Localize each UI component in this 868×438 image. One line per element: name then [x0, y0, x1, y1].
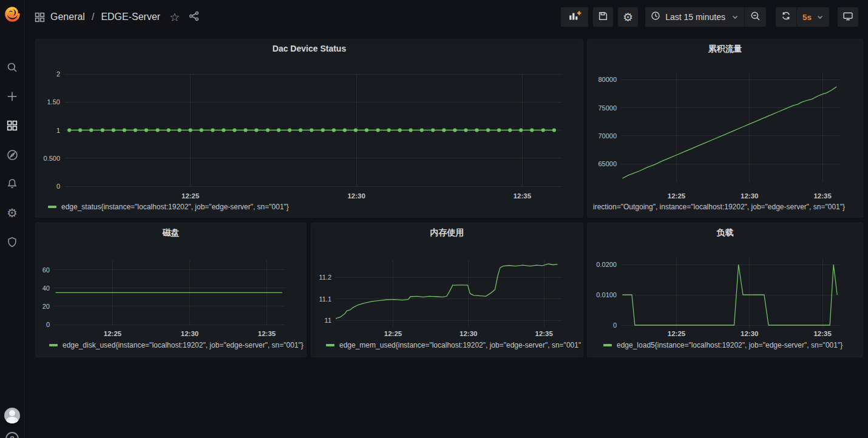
breadcrumb: General / EDGE-Server ☆	[35, 11, 199, 24]
panel-title[interactable]: 磁盘	[36, 227, 306, 238]
grafana-logo-icon	[4, 6, 21, 22]
grafana-logo[interactable]	[0, 0, 24, 28]
panel-load: 负载 00.01000.020012:2512:3012:35 edge_loa…	[587, 223, 863, 357]
svg-text:12:25: 12:25	[668, 330, 686, 337]
legend: irection="Outgoing", instance="localhost…	[593, 203, 861, 211]
gear-icon: ⚙	[623, 12, 633, 23]
sidebar-item-dashboards[interactable]	[0, 111, 24, 140]
save-dashboard-button[interactable]	[593, 7, 613, 27]
svg-text:12:30: 12:30	[741, 192, 758, 200]
svg-text:0: 0	[613, 322, 617, 329]
sidebar-item-explore[interactable]	[0, 140, 24, 169]
shield-icon	[7, 237, 18, 248]
series-name[interactable]: edge_load5{instance="localhost:19202", j…	[617, 341, 843, 349]
sidebar-item-configuration[interactable]: ⚙	[0, 198, 24, 227]
svg-text:12:35: 12:35	[535, 330, 553, 337]
zoom-out-icon	[750, 11, 761, 24]
svg-text:12:25: 12:25	[181, 192, 200, 200]
svg-text:20: 20	[42, 303, 50, 310]
compass-icon	[7, 149, 18, 161]
legend: edge_disk_used{instance="localhost:19202…	[49, 341, 304, 349]
panel-memory-usage: 内存使用 1111.111.212:2512:3012:35 edge_mem_…	[311, 223, 583, 357]
panel-title[interactable]: 负载	[588, 227, 863, 238]
time-range-group: Last 15 minutes	[645, 7, 766, 27]
user-avatar[interactable]	[4, 408, 20, 423]
svg-text:12:30: 12:30	[347, 192, 365, 200]
timeseries-chart[interactable]: 020406012:2512:3012:35	[36, 223, 306, 357]
apps-grid-icon	[7, 120, 18, 131]
legend: edge_status{instance="localhost:19202", …	[48, 203, 581, 211]
series-color-swatch	[326, 344, 334, 346]
series-name[interactable]: edge_mem_used{instance="localhost:19202"…	[339, 341, 581, 349]
sidebar-item-search[interactable]	[0, 53, 24, 82]
sidebar-bottom: ?	[0, 408, 24, 438]
save-icon	[598, 11, 608, 24]
plus-icon	[7, 91, 18, 102]
svg-text:0.500: 0.500	[43, 155, 60, 162]
dashboard-settings-button[interactable]: ⚙	[618, 7, 638, 27]
svg-text:1: 1	[56, 127, 60, 134]
series-color-swatch	[49, 344, 58, 346]
share-dashboard-button[interactable]	[189, 11, 199, 24]
svg-text:75000: 75000	[598, 104, 617, 112]
gear-icon: ⚙	[7, 207, 18, 219]
svg-text:2: 2	[56, 70, 60, 78]
avatar-body	[6, 417, 18, 423]
series-name[interactable]: edge_status{instance="localhost:19202", …	[61, 203, 289, 211]
timeseries-chart[interactable]: 00.01000.020012:2512:3012:35	[588, 223, 863, 357]
refresh-group: 5s	[776, 7, 829, 27]
timeseries-chart[interactable]: 6500070000750008000012:2512:3012:35	[588, 39, 863, 217]
panel-title[interactable]: 内存使用	[311, 227, 583, 238]
sidebar-item-alerting[interactable]	[0, 169, 24, 198]
refresh-interval-picker[interactable]: 5s	[796, 7, 829, 27]
svg-text:40: 40	[42, 285, 50, 292]
bell-icon	[7, 178, 18, 189]
svg-text:70000: 70000	[598, 132, 617, 140]
timeseries-chart[interactable]: 00.50011.50212:2512:3012:35	[36, 39, 583, 217]
refresh-interval-label: 5s	[802, 13, 812, 22]
breadcrumb-dashboard[interactable]: EDGE-Server	[101, 12, 160, 22]
svg-text:12:30: 12:30	[741, 330, 758, 337]
svg-text:12:25: 12:25	[668, 192, 686, 200]
breadcrumb-section[interactable]: General	[50, 12, 85, 22]
time-picker-button[interactable]: Last 15 minutes	[645, 7, 744, 27]
panel-title[interactable]: 累积流量	[588, 44, 863, 55]
series-name[interactable]: edge_disk_used{instance="localhost:19202…	[63, 341, 303, 349]
series-color-swatch	[48, 206, 56, 208]
cycle-view-button[interactable]	[838, 7, 858, 27]
share-icon	[189, 11, 199, 24]
search-icon	[7, 62, 18, 73]
monitor-icon	[843, 11, 853, 24]
svg-text:60: 60	[42, 266, 50, 274]
star-icon: ☆	[169, 12, 180, 23]
svg-text:12:30: 12:30	[459, 330, 477, 337]
svg-text:12:35: 12:35	[813, 192, 832, 200]
sidebar-item-server-admin[interactable]	[0, 227, 24, 257]
help-icon[interactable]: ?	[5, 432, 19, 438]
clock-icon	[651, 11, 660, 23]
timeseries-chart[interactable]: 1111.111.212:2512:3012:35	[311, 223, 583, 357]
svg-text:11.1: 11.1	[319, 295, 331, 303]
svg-text:0: 0	[56, 183, 60, 190]
zoom-out-button[interactable]	[744, 7, 766, 27]
sidebar-item-create[interactable]	[0, 82, 24, 111]
refresh-icon	[781, 11, 791, 23]
favorite-dashboard-button[interactable]: ☆	[169, 12, 180, 23]
apps-grid-icon	[35, 12, 45, 22]
sidebar-menu: ⚙	[0, 53, 24, 257]
svg-text:65000: 65000	[598, 160, 617, 167]
add-panel-button[interactable]	[561, 7, 588, 27]
breadcrumb-separator: /	[92, 12, 94, 22]
svg-text:12:30: 12:30	[181, 330, 198, 337]
refresh-button[interactable]	[776, 7, 796, 27]
svg-text:11.2: 11.2	[319, 274, 331, 281]
svg-text:0.0200: 0.0200	[596, 261, 617, 268]
svg-text:12:25: 12:25	[384, 330, 402, 337]
svg-text:12:35: 12:35	[813, 330, 832, 337]
legend: edge_mem_used{instance="localhost:19202"…	[326, 341, 581, 349]
panel-dac-device-status: Dac Device Status 00.50011.50212:2512:30…	[35, 39, 583, 218]
svg-text:11: 11	[325, 317, 331, 324]
series-name[interactable]: irection="Outgoing", instance="localhost…	[593, 203, 845, 211]
panel-title[interactable]: Dac Device Status	[36, 44, 583, 53]
time-range-label: Last 15 minutes	[665, 12, 725, 22]
